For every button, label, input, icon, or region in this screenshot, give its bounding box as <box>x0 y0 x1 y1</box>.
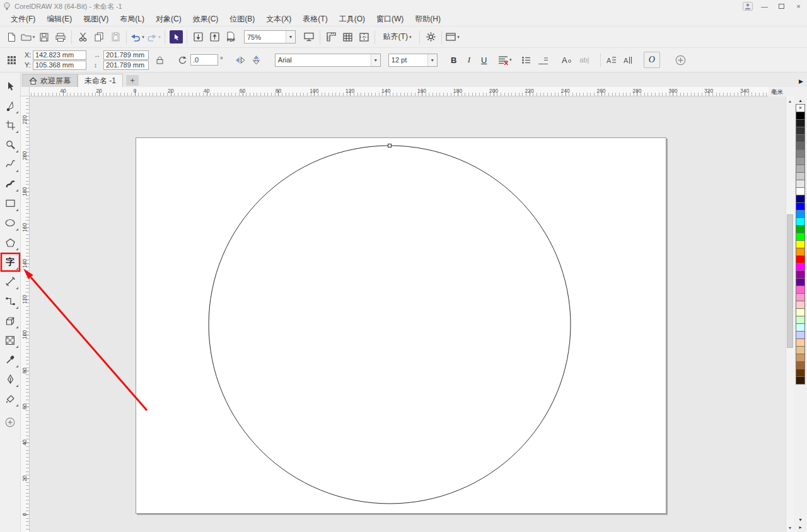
chevron-down-icon[interactable]: ▾ <box>457 35 460 40</box>
object-width-field[interactable]: 201.789 mm <box>103 50 149 60</box>
rotation-angle-field[interactable]: .0 <box>190 54 218 66</box>
show-grid-button[interactable] <box>339 29 356 45</box>
connector-tool[interactable] <box>2 292 19 309</box>
palette-scroll-up-icon[interactable]: ▴ <box>794 96 807 104</box>
print-button[interactable] <box>52 29 69 45</box>
zoom-level-combo[interactable]: 75% ▼ <box>244 30 296 43</box>
lock-ratio-button[interactable] <box>151 52 168 68</box>
text-tool[interactable]: 字 <box>2 253 19 270</box>
drop-cap-button[interactable] <box>535 52 551 68</box>
ruler-origin-button[interactable] <box>21 87 30 96</box>
options-button[interactable] <box>422 29 439 45</box>
snap-to-dropdown[interactable]: 贴齐(T) ▾ <box>378 29 417 45</box>
chevron-down-icon[interactable]: ▼ <box>427 54 437 66</box>
dimension-tool[interactable] <box>2 273 19 290</box>
align-text-frame-button[interactable]: A <box>620 52 636 68</box>
search-content-button[interactable] <box>168 29 184 45</box>
menu-view[interactable]: 视图(V) <box>78 12 114 26</box>
menu-help[interactable]: 帮助(H) <box>409 12 446 26</box>
tab-scroll-right-icon[interactable]: ▶ <box>799 78 803 84</box>
account-icon[interactable] <box>739 0 756 13</box>
menu-file[interactable]: 文件(F) <box>5 12 41 26</box>
font-size-combo[interactable]: 12 pt ▼ <box>388 54 438 67</box>
chevron-down-icon[interactable]: ▾ <box>142 35 144 40</box>
vertical-scrollbar[interactable]: ▲ ▼ <box>786 96 794 532</box>
menu-text[interactable]: 文本(X) <box>260 12 297 26</box>
chevron-down-icon[interactable]: ▾ <box>158 35 161 40</box>
menu-bitmaps[interactable]: 位图(B) <box>224 12 260 26</box>
menu-tools[interactable]: 工具(O) <box>334 12 371 26</box>
y-position-field[interactable]: 105.368 mm <box>33 61 86 70</box>
chevron-down-icon[interactable]: ▾ <box>509 57 512 62</box>
horizontal-ruler[interactable]: 4020020406080100120140160180200220240260… <box>30 87 786 96</box>
ellipse-top-node[interactable] <box>388 144 392 147</box>
ellipse-tool[interactable] <box>2 214 19 231</box>
rectangle-tool[interactable] <box>2 195 19 212</box>
color-swatch[interactable] <box>796 376 805 385</box>
menu-edit[interactable]: 编辑(E) <box>41 12 78 26</box>
palette-scroll-down-icon[interactable]: ▾ <box>794 516 807 523</box>
vertical-ruler[interactable]: 220200180160140120100806040200 <box>21 96 30 532</box>
transparency-tool[interactable] <box>2 332 19 349</box>
minimize-button[interactable]: — <box>756 0 773 13</box>
import-button[interactable] <box>190 29 206 45</box>
freehand-tool[interactable] <box>2 156 19 173</box>
canvas[interactable] <box>30 96 786 532</box>
scroll-up-icon[interactable]: ▲ <box>786 96 794 105</box>
pick-tool[interactable] <box>2 78 19 95</box>
save-button[interactable] <box>36 29 52 45</box>
paste-button[interactable] <box>107 29 124 45</box>
redo-button[interactable]: ▾ <box>146 29 162 45</box>
tab-welcome-screen[interactable]: 欢迎屏幕 <box>22 74 78 87</box>
mirror-vertical-button[interactable] <box>248 52 265 68</box>
show-rulers-button[interactable] <box>323 29 339 45</box>
fullscreen-preview-button[interactable] <box>301 29 317 45</box>
font-family-combo[interactable]: Arial ▼ <box>275 54 381 67</box>
bold-button[interactable]: B <box>446 52 462 67</box>
chevron-down-icon[interactable]: ▼ <box>286 31 295 43</box>
new-document-tab-button[interactable]: + <box>126 75 139 86</box>
copy-button[interactable] <box>91 29 107 45</box>
scrollbar-thumb[interactable] <box>787 214 793 348</box>
publish-pdf-button[interactable]: PDF <box>223 29 239 45</box>
crop-tool[interactable] <box>2 117 19 134</box>
menu-window[interactable]: 窗口(W) <box>371 12 409 26</box>
quick-customize-button[interactable] <box>673 52 689 68</box>
palette-flyout-icon[interactable]: ▸ <box>794 523 807 531</box>
add-tool-button[interactable] <box>2 413 19 431</box>
scroll-down-icon[interactable]: ▼ <box>786 523 794 532</box>
show-guidelines-button[interactable] <box>356 29 372 45</box>
italic-button[interactable]: I <box>462 52 477 67</box>
menu-effects[interactable]: 效果(C) <box>187 12 224 26</box>
text-alignment-button[interactable]: ▾ <box>497 52 513 68</box>
artistic-media-tool[interactable] <box>2 175 19 192</box>
chevron-down-icon[interactable]: ▼ <box>371 54 380 66</box>
mirror-horizontal-button[interactable] <box>232 52 248 68</box>
outline-pen-tool[interactable] <box>2 371 19 388</box>
new-document-button[interactable] <box>3 29 20 45</box>
polygon-tool[interactable] <box>2 234 19 251</box>
undo-button[interactable]: ▾ <box>129 29 146 45</box>
text-properties-button[interactable]: A <box>603 52 620 68</box>
open-button[interactable]: ▾ <box>20 29 36 45</box>
menu-object[interactable]: 对象(C) <box>150 12 187 26</box>
eyedropper-tool[interactable] <box>2 351 19 368</box>
outline-button[interactable]: O <box>644 52 660 68</box>
object-position-grid-button[interactable] <box>3 52 20 68</box>
character-formatting-button[interactable]: A <box>559 52 575 68</box>
fill-tool[interactable] <box>2 390 19 407</box>
zoom-tool[interactable] <box>2 136 19 153</box>
bulleted-list-button[interactable] <box>518 52 535 68</box>
underline-button[interactable]: U <box>477 52 492 67</box>
application-launcher-button[interactable]: ▾ <box>444 29 461 45</box>
chevron-down-icon[interactable]: ▾ <box>409 35 412 40</box>
edit-text-button[interactable]: ab| <box>575 52 594 67</box>
ellipse-shape[interactable] <box>209 146 571 504</box>
menu-table[interactable]: 表格(T) <box>297 12 333 26</box>
maximize-button[interactable] <box>773 0 790 13</box>
cut-button[interactable] <box>74 29 91 45</box>
close-button[interactable]: × <box>790 0 807 13</box>
menu-layout[interactable]: 布局(L) <box>114 12 150 26</box>
x-position-field[interactable]: 142.823 mm <box>33 50 86 60</box>
drop-shadow-tool[interactable] <box>2 312 19 329</box>
